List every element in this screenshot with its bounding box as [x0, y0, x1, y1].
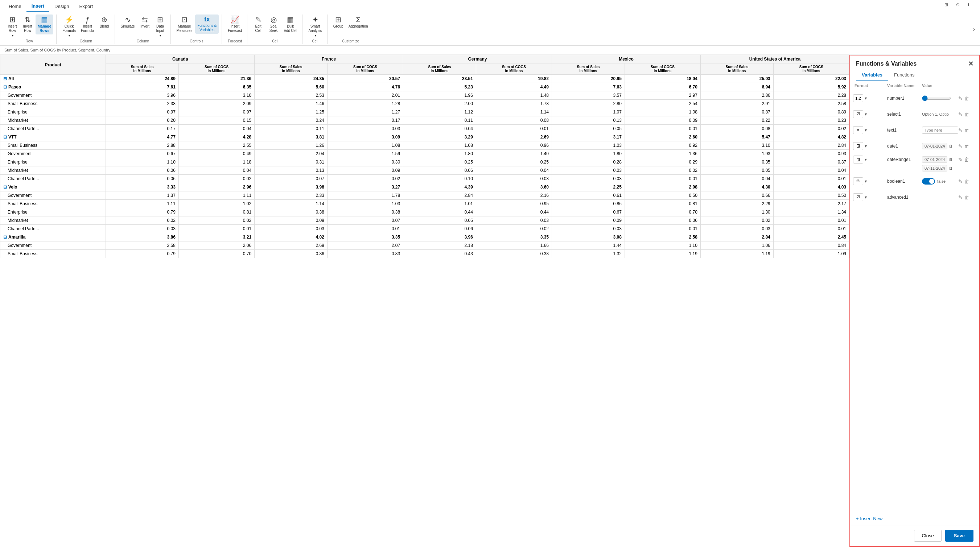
table-cell[interactable]: 0.06	[625, 216, 700, 225]
table-cell[interactable]: 0.86	[255, 250, 328, 258]
data-input-button[interactable]: ⊞ DataInput	[153, 14, 167, 39]
table-cell[interactable]: 3.09	[327, 133, 403, 141]
daterange1-delete-icon[interactable]: 🗑	[964, 157, 969, 162]
table-cell[interactable]: 3.10	[700, 141, 773, 150]
table-cell[interactable]: 0.22	[700, 116, 773, 125]
table-cell[interactable]: 0.01	[327, 225, 403, 233]
table-cell[interactable]: 0.44	[403, 208, 476, 216]
table-cell[interactable]: 0.31	[255, 158, 328, 167]
table-cell[interactable]: 1.32	[552, 250, 625, 258]
table-cell[interactable]: 0.11	[255, 125, 328, 133]
advanced1-chevron[interactable]: ▾	[865, 195, 867, 200]
table-cell[interactable]: 3.08	[552, 233, 625, 242]
smart-analysis-button[interactable]: ✦ SmartAnalysis	[306, 14, 324, 39]
table-cell[interactable]: 0.67	[106, 150, 179, 158]
table-cell[interactable]: 0.50	[625, 191, 700, 200]
goal-seek-button[interactable]: ◎ GoalSeek	[266, 14, 281, 35]
table-cell[interactable]: 22.03	[773, 75, 849, 83]
select1-format-icon[interactable]: ☑	[853, 110, 863, 118]
daterange1-edit-icon[interactable]: ✎	[958, 157, 963, 162]
table-cell[interactable]: 0.07	[255, 175, 328, 183]
table-cell[interactable]: 1.02	[178, 200, 254, 208]
table-cell[interactable]: 0.61	[552, 191, 625, 200]
date1-format-icon[interactable]: 🗓	[853, 142, 863, 150]
table-cell[interactable]: 1.66	[476, 242, 552, 250]
table-cell[interactable]: 0.15	[178, 116, 254, 125]
table-cell[interactable]: 0.02	[476, 225, 552, 233]
boolean1-format-icon[interactable]: 👁	[853, 177, 863, 185]
table-cell[interactable]: 7.61	[106, 83, 179, 91]
table-cell[interactable]: 0.70	[178, 250, 254, 258]
tab-variables[interactable]: Variables	[856, 69, 888, 81]
table-cell[interactable]: 1.34	[773, 208, 849, 216]
table-cell[interactable]: 0.03	[552, 175, 625, 183]
table-cell[interactable]: 0.66	[700, 191, 773, 200]
table-cell[interactable]: 4.30	[700, 183, 773, 191]
table-cell[interactable]: 0.70	[625, 208, 700, 216]
nav-home[interactable]: Home	[4, 2, 27, 11]
number1-edit-icon[interactable]: ✎	[958, 95, 963, 101]
table-cell[interactable]: 2.07	[327, 242, 403, 250]
table-cell[interactable]: 0.44	[476, 208, 552, 216]
table-cell[interactable]: 2.88	[106, 141, 179, 150]
table-cell[interactable]: 0.20	[106, 116, 179, 125]
table-cell[interactable]: 1.44	[552, 242, 625, 250]
text1-edit-icon[interactable]: ✎	[958, 127, 963, 133]
table-cell[interactable]: 0.79	[106, 208, 179, 216]
table-cell[interactable]: 6.94	[700, 83, 773, 91]
table-cell[interactable]: 4.82	[773, 133, 849, 141]
daterange1-calendar-end-icon[interactable]: 🗓	[949, 166, 953, 170]
table-area[interactable]: Product Canada France Germany Mexico Uni…	[0, 55, 850, 547]
daterange1-value-start[interactable]: 07-01-2024 🗓	[922, 156, 958, 163]
boolean1-chevron[interactable]: ▾	[865, 179, 867, 184]
blend-button[interactable]: ⊕ Blend	[97, 14, 112, 30]
table-cell[interactable]: 21.36	[178, 75, 254, 83]
table-cell[interactable]: 6.70	[625, 83, 700, 91]
table-cell[interactable]: 0.13	[255, 167, 328, 175]
table-cell[interactable]: 4.02	[255, 233, 328, 242]
table-cell[interactable]: 0.79	[106, 250, 179, 258]
date1-edit-icon[interactable]: ✎	[958, 143, 963, 149]
table-cell[interactable]: 1.27	[327, 108, 403, 116]
invert-column-button[interactable]: ⇆ Invert	[138, 14, 152, 30]
table-cell[interactable]: 2.86	[700, 91, 773, 100]
table-cell[interactable]: 4.28	[178, 133, 254, 141]
table-cell[interactable]: 1.07	[552, 108, 625, 116]
table-cell[interactable]: 0.17	[106, 125, 179, 133]
layout-icon[interactable]: ⊞	[945, 2, 953, 11]
table-cell[interactable]: 2.97	[625, 91, 700, 100]
table-cell[interactable]: 2.58	[106, 242, 179, 250]
table-cell[interactable]: 2.58	[625, 233, 700, 242]
table-cell[interactable]: 0.01	[178, 225, 254, 233]
table-cell[interactable]: 0.02	[178, 216, 254, 225]
table-cell[interactable]: 3.33	[106, 183, 179, 191]
table-cell[interactable]: 1.08	[625, 108, 700, 116]
table-cell[interactable]: 3.96	[403, 233, 476, 242]
insert-formula-button[interactable]: ƒ InsertFormula	[79, 14, 97, 35]
table-cell[interactable]: 0.87	[700, 108, 773, 116]
table-cell[interactable]: 1.08	[327, 141, 403, 150]
date1-chevron[interactable]: ▾	[865, 143, 867, 149]
table-cell[interactable]: 1.12	[403, 108, 476, 116]
table-cell[interactable]: 2.69	[476, 133, 552, 141]
number1-chevron[interactable]: ▾	[865, 96, 867, 101]
table-cell[interactable]: 0.92	[625, 141, 700, 150]
table-cell[interactable]: 0.01	[773, 216, 849, 225]
table-cell[interactable]: 0.05	[403, 216, 476, 225]
table-cell[interactable]: 2.53	[255, 91, 328, 100]
ribbon-expand-icon[interactable]: ›	[970, 25, 978, 34]
table-cell[interactable]: 1.19	[625, 250, 700, 258]
table-cell[interactable]: 2.06	[178, 242, 254, 250]
table-cell[interactable]: 0.04	[773, 167, 849, 175]
table-cell[interactable]: 0.28	[552, 158, 625, 167]
table-cell[interactable]: 1.46	[255, 100, 328, 108]
date1-value[interactable]: 07-01-2024 🗓	[922, 143, 958, 149]
tab-functions[interactable]: Functions	[888, 69, 920, 81]
boolean1-value[interactable]: false	[922, 178, 958, 184]
table-cell[interactable]: 2.84	[773, 141, 849, 150]
functions-variables-button[interactable]: fx Functions &Variables	[195, 14, 219, 34]
table-cell[interactable]: 0.01	[773, 225, 849, 233]
table-cell[interactable]: 2.84	[700, 233, 773, 242]
table-cell[interactable]: 2.25	[552, 183, 625, 191]
table-cell[interactable]: 0.03	[106, 225, 179, 233]
